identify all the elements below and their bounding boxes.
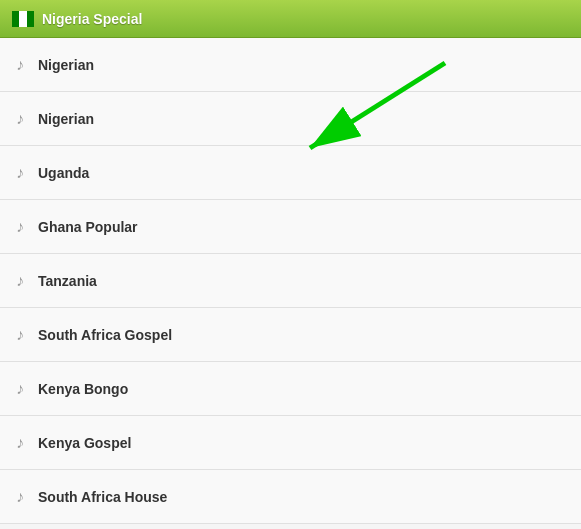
item-label: South Africa Gospel <box>38 327 172 343</box>
list-item[interactable]: ♪South Africa Gospel <box>0 308 581 362</box>
item-label: South Africa House <box>38 489 167 505</box>
item-label: Uganda <box>38 165 89 181</box>
item-label: Ghana Popular <box>38 219 138 235</box>
music-note-icon: ♪ <box>16 272 24 290</box>
music-note-icon: ♪ <box>16 488 24 506</box>
list-item[interactable]: ♪South Africa House <box>0 470 581 524</box>
music-note-icon: ♪ <box>16 110 24 128</box>
music-note-icon: ♪ <box>16 326 24 344</box>
music-note-icon: ♪ <box>16 56 24 74</box>
list-item[interactable]: ♪Kenya Bongo <box>0 362 581 416</box>
music-note-icon: ♪ <box>16 164 24 182</box>
item-label: Nigerian <box>38 111 94 127</box>
item-label: Kenya Gospel <box>38 435 131 451</box>
item-label: Nigerian <box>38 57 94 73</box>
list-item[interactable]: ♪Uganda <box>0 146 581 200</box>
header: Nigeria Special <box>0 0 581 38</box>
nigeria-flag <box>12 11 34 27</box>
list-item[interactable]: ♪Tanzania <box>0 254 581 308</box>
playlist: ♪Nigerian♪Nigerian♪Uganda♪Ghana Popular♪… <box>0 38 581 524</box>
header-title: Nigeria Special <box>42 11 142 27</box>
list-item[interactable]: ♪Kenya Gospel <box>0 416 581 470</box>
list-items: ♪Nigerian♪Nigerian♪Uganda♪Ghana Popular♪… <box>0 38 581 524</box>
music-note-icon: ♪ <box>16 434 24 452</box>
list-item[interactable]: ♪Nigerian <box>0 92 581 146</box>
music-note-icon: ♪ <box>16 218 24 236</box>
item-label: Tanzania <box>38 273 97 289</box>
list-item[interactable]: ♪Nigerian <box>0 38 581 92</box>
music-note-icon: ♪ <box>16 380 24 398</box>
item-label: Kenya Bongo <box>38 381 128 397</box>
list-item[interactable]: ♪Ghana Popular <box>0 200 581 254</box>
